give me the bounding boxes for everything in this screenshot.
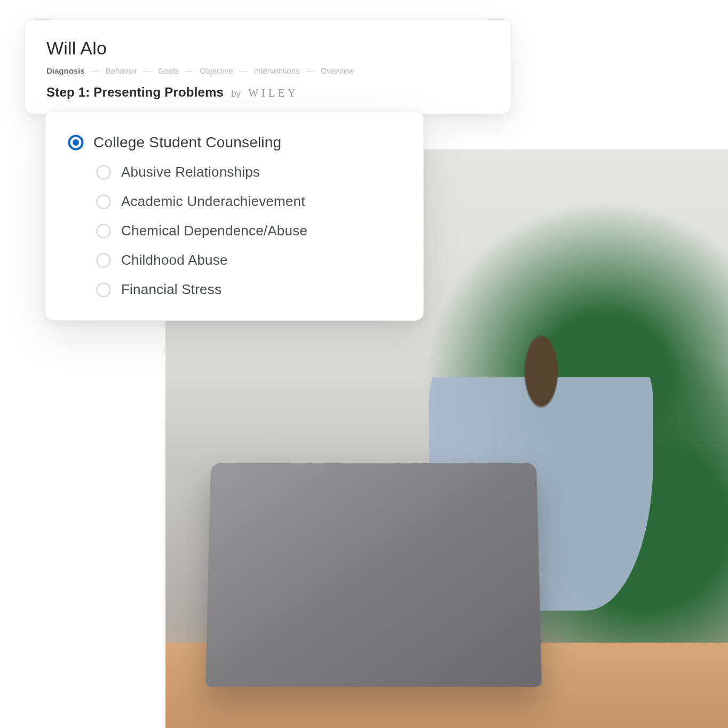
radio-unselected-icon[interactable] — [96, 164, 112, 180]
option-child-label: Academic Underachievement — [121, 193, 305, 210]
step-by-label: by — [231, 89, 241, 99]
svg-point-5 — [97, 254, 110, 267]
breadcrumb-separator: — — [306, 66, 314, 75]
option-child-row[interactable]: Financial Stress — [68, 281, 401, 298]
option-parent-row[interactable]: College Student Counseling — [68, 134, 401, 151]
breadcrumb-step-interventions[interactable]: Interventions — [254, 66, 300, 75]
breadcrumb-step-diagnosis[interactable]: Diagnosis — [46, 66, 85, 75]
breadcrumb: Diagnosis — Behavior — Goals — Objective… — [46, 66, 489, 75]
treatment-plan-header-card: Will Alo Diagnosis — Behavior — Goals — … — [25, 19, 511, 114]
option-parent-label: College Student Counseling — [93, 134, 281, 151]
breadcrumb-separator: — — [144, 66, 152, 75]
svg-point-2 — [97, 165, 110, 179]
svg-point-6 — [97, 283, 110, 296]
breadcrumb-step-overview[interactable]: Overview — [321, 66, 354, 75]
breadcrumb-separator: — — [185, 66, 193, 75]
svg-point-3 — [97, 195, 110, 208]
svg-point-1 — [73, 139, 79, 146]
breadcrumb-separator: — — [91, 66, 99, 75]
option-child-row[interactable]: Academic Underachievement — [68, 193, 401, 210]
radio-selected-icon[interactable] — [68, 134, 84, 151]
option-child-label: Childhood Abuse — [121, 252, 228, 268]
option-child-row[interactable]: Childhood Abuse — [68, 252, 401, 268]
svg-point-4 — [97, 224, 110, 238]
radio-unselected-icon[interactable] — [96, 194, 112, 210]
radio-unselected-icon[interactable] — [96, 223, 112, 239]
option-child-label: Chemical Dependence/Abuse — [121, 223, 307, 239]
presenting-problems-options-card: College Student Counseling Abusive Relat… — [45, 111, 424, 321]
breadcrumb-step-goals[interactable]: Goals — [158, 66, 179, 75]
option-child-label: Abusive Relationships — [121, 164, 260, 180]
breadcrumb-step-objective[interactable]: Objective — [200, 66, 233, 75]
wiley-brand: WILEY — [248, 87, 298, 99]
photo-laptop — [205, 463, 542, 687]
breadcrumb-separator: — — [240, 66, 248, 75]
breadcrumb-step-behavior[interactable]: Behavior — [106, 66, 137, 75]
step-title-row: Step 1: Presenting Problems by WILEY — [46, 85, 489, 100]
step-title: Step 1: Presenting Problems — [46, 85, 224, 100]
radio-unselected-icon[interactable] — [96, 252, 112, 268]
option-child-label: Financial Stress — [121, 281, 221, 298]
radio-unselected-icon[interactable] — [96, 282, 112, 298]
option-child-row[interactable]: Chemical Dependence/Abuse — [68, 223, 401, 239]
client-name: Will Alo — [46, 38, 489, 59]
option-child-row[interactable]: Abusive Relationships — [68, 164, 401, 180]
